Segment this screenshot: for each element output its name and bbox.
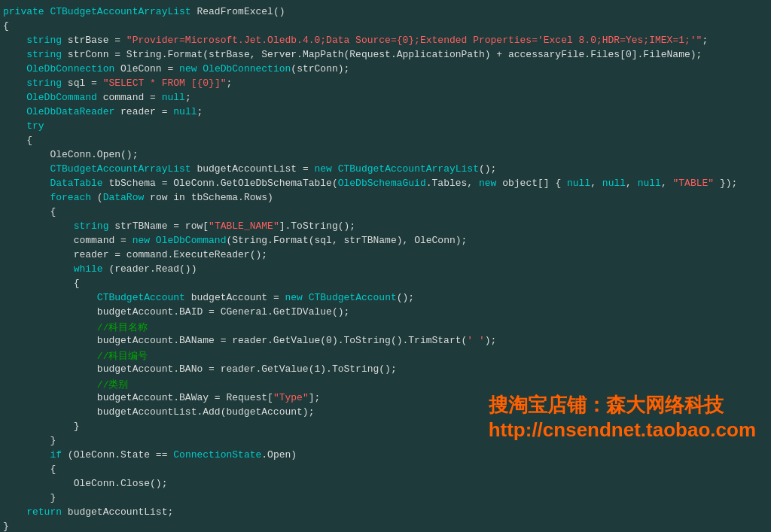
- code-line-5: OleDbConnection OleConn = new OleDbConne…: [0, 63, 771, 78]
- code-line-21: CTBudgetAccount budgetAccount = new CTBu…: [0, 292, 771, 306]
- watermark-overlay: 搜淘宝店铺：森大网络科技 http://cnsendnet.taobao.com: [489, 392, 756, 442]
- code-line-4: string strConn = String.Format(strBase, …: [0, 49, 771, 63]
- code-line-37: }: [0, 521, 771, 532]
- code-line-17: command = new OleDbCommand(String.Format…: [0, 235, 771, 249]
- code-line-9: try: [0, 120, 771, 135]
- code-editor: private CTBudgetAccountArrayList ReadFro…: [0, 0, 771, 532]
- code-line-22: budgetAccount.BAID = CGeneral.GetIDValue…: [0, 306, 771, 321]
- code-line-19: while (reader.Read()): [0, 263, 771, 278]
- code-line-24: budgetAccount.BAName = reader.GetValue(0…: [0, 335, 771, 349]
- code-line-12: CTBudgetAccountArrayList budgetAccountLi…: [0, 163, 771, 178]
- code-line-2: {: [0, 20, 771, 35]
- code-line-27: //类别: [0, 378, 771, 392]
- code-line-6: string sql = "SELECT * FROM [{0}]";: [0, 78, 771, 92]
- code-line-36: return budgetAccountList;: [0, 506, 771, 521]
- code-line-7: OleDbCommand command = null;: [0, 92, 771, 106]
- code-line-15: {: [0, 206, 771, 220]
- code-line-32: if (OleConn.State == ConnectionState.Ope…: [0, 449, 771, 464]
- code-line-3: string strBase = "Provider=Microsoft.Jet…: [0, 35, 771, 49]
- code-line-25: //科目编号: [0, 349, 771, 363]
- code-line-34: OleConn.Close();: [0, 478, 771, 492]
- watermark-line2: http://cnsendnet.taobao.com: [489, 418, 756, 442]
- code-line-14: foreach (DataRow row in tbSchema.Rows): [0, 192, 771, 206]
- watermark-line1: 搜淘宝店铺：森大网络科技: [489, 392, 756, 418]
- code-line-13: DataTable tbSchema = OleConn.GetOleDbSch…: [0, 178, 771, 192]
- code-line-8: OleDbDataReader reader = null;: [0, 106, 771, 120]
- code-line-16: string strTBName = row["TABLE_NAME"].ToS…: [0, 220, 771, 235]
- code-line-20: {: [0, 278, 771, 292]
- code-line-18: reader = command.ExecuteReader();: [0, 249, 771, 263]
- code-line-26: budgetAccount.BANo = reader.GetValue(1).…: [0, 363, 771, 378]
- code-line-23: //科目名称: [0, 321, 771, 335]
- code-line-35: }: [0, 492, 771, 506]
- code-line-10: {: [0, 135, 771, 149]
- code-line-11: OleConn.Open();: [0, 149, 771, 163]
- code-line-1: private CTBudgetAccountArrayList ReadFro…: [0, 6, 771, 20]
- code-line-33: {: [0, 464, 771, 478]
